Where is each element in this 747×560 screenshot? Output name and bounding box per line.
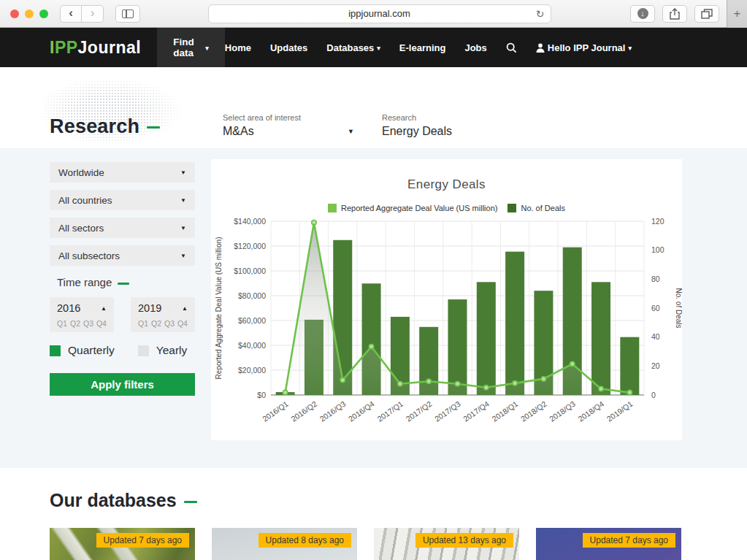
quarter-q1[interactable]: Q1 — [57, 319, 67, 328]
updated-badge: Updated 7 days ago — [96, 533, 189, 548]
search-icon — [506, 42, 517, 53]
apply-filters-button[interactable]: Apply filters — [50, 373, 195, 396]
database-card[interactable]: Updated 13 days ago — [374, 528, 519, 560]
svg-text:2018/Q2: 2018/Q2 — [519, 399, 548, 423]
svg-text:2016/Q3: 2016/Q3 — [318, 399, 348, 423]
legend-swatch-light-green — [328, 204, 337, 212]
new-tab-button[interactable]: + — [727, 0, 747, 28]
database-card[interactable]: Updated 7 days ago — [50, 528, 195, 560]
sectors-select[interactable]: All sectors▼ — [50, 218, 195, 238]
legend-deal-value: Reported Aggregate Deal Value (US millio… — [328, 204, 497, 212]
countries-select[interactable]: All countries▼ — [50, 190, 195, 210]
back-button[interactable]: ‹ — [60, 5, 82, 23]
find-data-menu[interactable]: Find data ▾ — [157, 28, 225, 67]
svg-text:40: 40 — [651, 332, 660, 341]
energy-deals-chart: $0$20,000$40,000$60,000$80,000$100,000$1… — [211, 215, 682, 439]
our-databases-section: Our databases Updated 7 days ago Updated… — [0, 468, 747, 560]
chevron-down-icon: ▼ — [180, 197, 186, 204]
quarterly-label: Quarterly — [68, 344, 115, 357]
svg-text:$40,000: $40,000 — [238, 341, 266, 350]
updated-badge: Updated 13 days ago — [415, 533, 513, 548]
svg-text:2016/Q1: 2016/Q1 — [261, 399, 290, 423]
close-window-button[interactable] — [10, 9, 19, 18]
logo-journal: Journal — [78, 38, 142, 57]
svg-text:$100,000: $100,000 — [234, 266, 266, 275]
plus-icon: + — [734, 7, 741, 21]
quarter-q1[interactable]: Q1 — [138, 319, 148, 328]
svg-text:$140,000: $140,000 — [234, 217, 266, 226]
chevron-down-icon: ▼ — [180, 225, 186, 231]
page-title: Research — [50, 115, 160, 138]
logo-ipp: IIPPPP — [50, 38, 78, 57]
svg-text:2019/Q1: 2019/Q1 — [605, 399, 635, 423]
sidebar-toggle-button[interactable] — [115, 5, 140, 23]
updated-badge: Updated 7 days ago — [583, 533, 675, 548]
nav-home[interactable]: Home — [225, 42, 251, 53]
filters-panel: Worldwide▼ All countries▼ All sectors▼ A… — [50, 162, 195, 396]
svg-text:2018/Q3: 2018/Q3 — [548, 399, 577, 423]
quarter-q4[interactable]: Q4 — [96, 319, 107, 328]
minimize-window-button[interactable] — [25, 9, 34, 18]
year-from-select[interactable]: 2016 ▲ — [57, 302, 107, 314]
year-from-box: 2016 ▲ Q1 Q2 Q3 Q4 — [50, 297, 114, 332]
subsectors-select[interactable]: All subsectors▼ — [50, 245, 195, 266]
svg-text:Reported Aggregate Deal Value: Reported Aggregate Deal Value (US millio… — [215, 237, 223, 380]
databases-title: Our databases — [50, 490, 197, 511]
site-navbar: IIPPPPJournal Find data ▾ Home Updates D… — [0, 28, 747, 67]
year-to-select[interactable]: 2019 ▲ — [138, 302, 188, 314]
tab-overview-button[interactable] — [694, 5, 719, 23]
quarter-q2[interactable]: Q2 — [70, 319, 80, 328]
svg-text:0: 0 — [651, 391, 656, 399]
nav-databases[interactable]: Databases ▾ — [326, 42, 380, 53]
search-button[interactable] — [506, 42, 517, 53]
url-text: ippjournal.com — [348, 8, 410, 19]
nav-updates[interactable]: Updates — [270, 42, 307, 53]
svg-text:$80,000: $80,000 — [238, 291, 266, 300]
svg-text:$0: $0 — [257, 391, 266, 399]
chevron-down-icon: ▾ — [205, 45, 209, 52]
chevron-down-icon: ▼ — [180, 253, 186, 259]
nav-elearning[interactable]: E-learning — [399, 42, 446, 53]
quarter-q4[interactable]: Q4 — [177, 319, 188, 328]
chevron-down-icon: ▼ — [348, 128, 354, 135]
chart-legend: Reported Aggregate Deal Value (US millio… — [211, 204, 682, 212]
downloads-button[interactable]: ↓ — [630, 5, 655, 23]
svg-text:$60,000: $60,000 — [238, 316, 266, 325]
window-controls — [10, 9, 48, 18]
chevron-up-icon: ▲ — [101, 305, 107, 312]
region-select[interactable]: Worldwide▼ — [50, 162, 195, 183]
quarterly-checkbox[interactable] — [50, 345, 61, 356]
yearly-label: Yearly — [156, 344, 188, 357]
research-readout: Research Energy Deals — [382, 113, 452, 138]
yearly-checkbox[interactable] — [138, 345, 149, 356]
research-label: Research — [382, 113, 452, 122]
chevron-down-icon: ▼ — [180, 169, 186, 176]
reload-icon[interactable]: ↻ — [536, 8, 545, 20]
area-of-interest-label: Select area of interest — [223, 113, 354, 122]
chevron-down-icon: ▾ — [377, 45, 380, 52]
title-dash — [147, 126, 160, 129]
maximize-window-button[interactable] — [39, 9, 48, 18]
svg-text:2018/Q1: 2018/Q1 — [490, 399, 519, 423]
address-bar[interactable]: ippjournal.com ↻ — [208, 4, 551, 23]
svg-text:60: 60 — [651, 304, 660, 312]
chart-title: Energy Deals — [211, 177, 682, 192]
site-logo[interactable]: IIPPPPJournal — [50, 38, 141, 58]
quarter-q3[interactable]: Q3 — [164, 319, 175, 328]
database-card[interactable]: Updated 7 days ago — [536, 528, 681, 560]
database-card[interactable]: Updated 8 days ago — [212, 528, 357, 560]
forward-button[interactable]: › — [82, 5, 104, 23]
nav-jobs[interactable]: Jobs — [464, 42, 486, 53]
share-button[interactable] — [662, 5, 687, 23]
user-menu[interactable]: Hello IPP Journal ▾ — [536, 42, 632, 53]
quarter-q2[interactable]: Q2 — [151, 319, 161, 328]
area-of-interest-select[interactable]: Select area of interest M&As ▼ — [223, 113, 354, 138]
person-icon — [536, 43, 545, 53]
browser-toolbar: ‹ › ippjournal.com ↻ ↓ + — [0, 0, 747, 28]
svg-text:$120,000: $120,000 — [234, 242, 266, 250]
quarter-q3[interactable]: Q3 — [83, 319, 93, 328]
research-results-section: Worldwide▼ All countries▼ All sectors▼ A… — [0, 148, 747, 468]
svg-text:120: 120 — [651, 217, 664, 226]
download-icon: ↓ — [637, 8, 648, 19]
svg-text:2018/Q4: 2018/Q4 — [576, 399, 605, 423]
